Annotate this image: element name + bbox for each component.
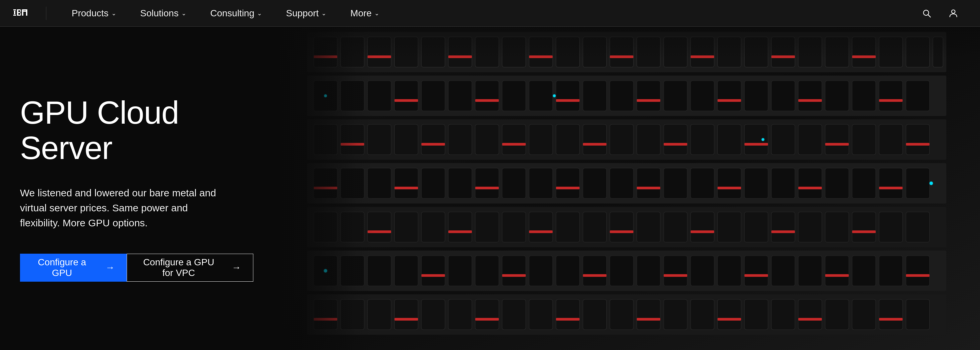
svg-rect-12	[26, 10, 27, 16]
svg-rect-95	[529, 124, 553, 155]
svg-rect-176	[879, 212, 903, 242]
svg-rect-246	[637, 318, 660, 321]
svg-rect-249	[879, 318, 903, 321]
svg-rect-201	[718, 256, 741, 286]
svg-rect-59	[502, 81, 526, 111]
nav-item-more[interactable]: More ⌄	[338, 0, 391, 27]
chevron-down-icon: ⌄	[111, 10, 116, 17]
arrow-right-icon: →	[232, 262, 241, 273]
nav-label-more: More	[350, 8, 372, 19]
svg-rect-232	[663, 299, 687, 330]
svg-rect-117	[906, 143, 930, 146]
svg-rect-58	[475, 81, 499, 111]
svg-rect-91	[422, 124, 445, 155]
navbar-actions	[913, 0, 967, 27]
svg-rect-60	[529, 81, 553, 111]
svg-rect-2	[13, 15, 16, 16]
nav-item-solutions[interactable]: Solutions ⌄	[128, 0, 198, 27]
svg-rect-165	[583, 212, 607, 242]
svg-rect-160	[448, 212, 472, 242]
nav-label-solutions: Solutions	[140, 8, 179, 19]
hero-title: GPU Cloud Server	[20, 95, 253, 165]
svg-rect-98	[610, 124, 634, 155]
svg-rect-151	[879, 187, 903, 189]
nav-item-products[interactable]: Products ⌄	[60, 0, 128, 27]
svg-rect-224	[448, 299, 472, 330]
svg-rect-189	[395, 256, 418, 286]
svg-rect-73	[879, 81, 903, 111]
svg-rect-70	[798, 81, 822, 111]
svg-rect-223	[422, 299, 445, 330]
svg-rect-247	[718, 318, 741, 321]
configure-gpu-vpc-label: Configure a GPU for VPC	[139, 257, 218, 278]
svg-rect-143	[906, 168, 930, 198]
svg-rect-240	[879, 299, 903, 330]
svg-rect-230	[610, 299, 634, 330]
svg-point-16	[952, 10, 955, 13]
chevron-down-icon: ⌄	[374, 10, 379, 17]
svg-rect-211	[583, 274, 607, 277]
svg-rect-146	[475, 187, 499, 189]
svg-rect-129	[529, 168, 553, 198]
svg-rect-149	[718, 187, 741, 189]
hero-buttons: Configure a GPU → Configure a GPU for VP…	[20, 254, 253, 282]
svg-rect-225	[475, 299, 499, 330]
svg-rect-66	[690, 81, 714, 111]
svg-rect-222	[395, 299, 418, 330]
svg-rect-198	[637, 256, 660, 286]
svg-rect-181	[610, 230, 634, 233]
svg-rect-244	[475, 318, 499, 321]
svg-rect-83	[718, 99, 741, 102]
search-icon	[922, 9, 931, 18]
ibm-logo[interactable]	[13, 10, 33, 18]
svg-rect-231	[637, 299, 660, 330]
nav-item-consulting[interactable]: Consulting ⌄	[198, 0, 274, 27]
hero-description: We listened and lowered our bare metal a…	[20, 185, 220, 230]
svg-line-15	[928, 15, 930, 17]
svg-rect-57	[448, 81, 472, 111]
svg-rect-172	[772, 212, 795, 242]
svg-rect-130	[556, 168, 580, 198]
chevron-down-icon: ⌄	[181, 10, 186, 17]
svg-rect-1	[14, 11, 15, 14]
svg-rect-124	[395, 168, 418, 198]
svg-rect-84	[798, 99, 822, 102]
svg-point-119	[762, 138, 764, 141]
configure-gpu-button[interactable]: Configure a GPU →	[20, 254, 127, 282]
svg-rect-131	[583, 168, 607, 198]
svg-rect-105	[798, 124, 822, 155]
svg-rect-161	[475, 212, 499, 242]
svg-rect-142	[879, 168, 903, 198]
search-button[interactable]	[913, 0, 940, 27]
svg-rect-132	[610, 168, 634, 198]
svg-rect-65	[663, 81, 687, 111]
svg-rect-239	[852, 299, 876, 330]
svg-rect-104	[772, 124, 795, 155]
svg-rect-207	[879, 256, 903, 286]
svg-rect-113	[583, 143, 607, 146]
svg-rect-190	[422, 256, 445, 286]
svg-rect-136	[718, 168, 741, 198]
hero-image	[273, 27, 980, 350]
svg-rect-206	[852, 256, 876, 286]
svg-rect-68	[745, 81, 768, 111]
svg-rect-180	[529, 230, 553, 233]
user-button[interactable]	[940, 0, 967, 27]
svg-rect-125	[422, 168, 445, 198]
svg-rect-72	[852, 81, 876, 111]
configure-gpu-vpc-button[interactable]: Configure a GPU for VPC →	[127, 254, 253, 282]
svg-rect-167	[637, 212, 660, 242]
svg-rect-196	[583, 256, 607, 286]
svg-rect-109	[906, 124, 930, 155]
svg-rect-111	[422, 143, 445, 146]
nav-item-support[interactable]: Support ⌄	[274, 0, 338, 27]
svg-rect-171	[745, 212, 768, 242]
nav-menu: Products ⌄ Solutions ⌄ Consulting ⌄ Supp…	[60, 0, 913, 27]
svg-rect-193	[502, 256, 526, 286]
svg-rect-61	[556, 81, 580, 111]
hero-content: GPU Cloud Server We listened and lowered…	[0, 27, 273, 350]
svg-rect-90	[395, 124, 418, 155]
svg-rect-199	[663, 256, 687, 286]
svg-rect-183	[772, 230, 795, 233]
svg-rect-94	[502, 124, 526, 155]
